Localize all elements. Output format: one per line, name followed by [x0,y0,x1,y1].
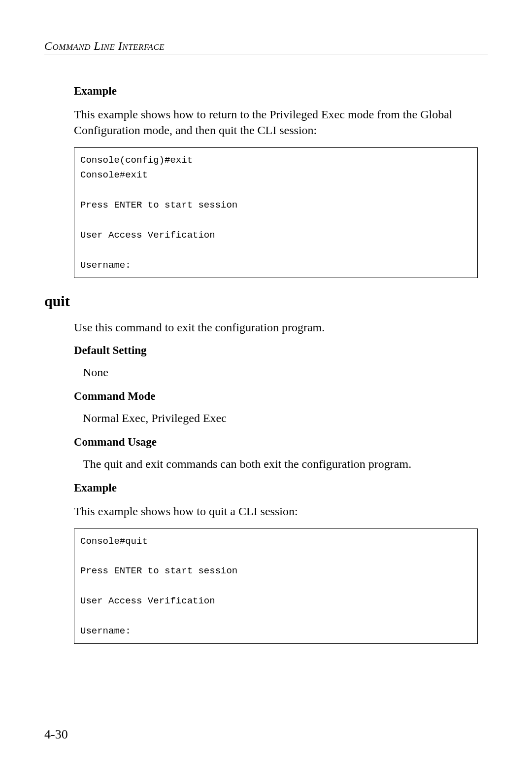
example2-text: This example shows how to quit a CLI ses… [74,503,478,519]
content-area: Example This example shows how to return… [44,85,488,278]
example1-code: Console(config)#exit Console#exit Press … [74,147,478,278]
example1-text: This example shows how to return to the … [74,106,478,139]
command-usage-heading: Command Usage [74,436,478,449]
command-mode-heading: Command Mode [74,390,478,403]
default-setting-heading: Default Setting [74,344,478,357]
example2-heading: Example [74,482,478,494]
quit-heading: quit [44,293,488,310]
example1-heading: Example [74,85,478,98]
quit-description: Use this command to exit the configurati… [74,319,478,335]
page-header: Command Line Interface [44,39,488,55]
quit-content: Use this command to exit the configurati… [44,319,488,644]
command-mode-value: Normal Exec, Privileged Exec [83,412,478,425]
command-usage-value: The quit and exit commands can both exit… [83,457,478,471]
page-number: 4-30 [44,727,68,742]
example2-code: Console#quit Press ENTER to start sessio… [74,528,478,644]
default-setting-value: None [83,366,478,379]
